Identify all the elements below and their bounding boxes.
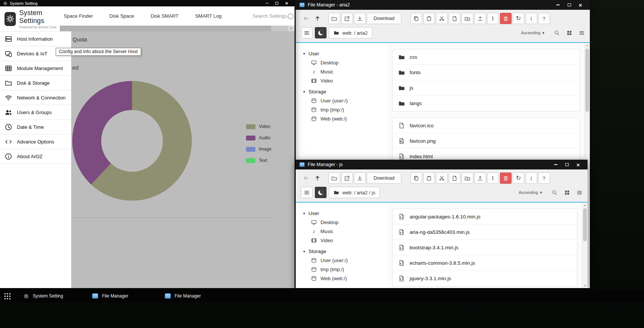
minimize-button[interactable] [550, 160, 561, 169]
back-button[interactable] [301, 13, 311, 24]
delete-button[interactable] [500, 172, 512, 184]
close-button[interactable]: × [573, 160, 584, 169]
rename-button[interactable]: I [487, 13, 499, 24]
file-row[interactable]: bootstrap-3.4.1.min.js [393, 240, 577, 255]
upload-button[interactable] [474, 172, 486, 184]
download-button[interactable]: Download [367, 13, 401, 24]
legend-item[interactable]: Text [246, 158, 271, 163]
new-folder-button[interactable] [462, 13, 473, 24]
menu-button[interactable] [301, 27, 313, 38]
sidebar-item-date-time[interactable]: Date & Time [0, 120, 71, 134]
tree-item-video[interactable]: Video [303, 76, 388, 85]
up-button[interactable] [312, 172, 322, 184]
window-titlebar[interactable]: File Manager - aria2 × [296, 0, 590, 10]
info-button[interactable]: i [526, 172, 537, 184]
tree-item-desktop[interactable]: Desktop [303, 218, 388, 227]
file-row[interactable]: favicon.ico [393, 118, 579, 133]
tree-item-desktop[interactable]: Desktop [303, 58, 388, 67]
refresh-button[interactable]: ↻ [513, 13, 524, 24]
tree-item-video[interactable]: Video [303, 236, 388, 245]
maximize-button[interactable] [561, 160, 573, 169]
tree-section-storage[interactable]: ▾Storage [303, 87, 388, 96]
tab-space-finder[interactable]: Space Finder [64, 13, 93, 19]
scrollbar-thumb[interactable] [583, 208, 587, 241]
open-in-new-button[interactable] [341, 13, 353, 24]
sidebar-item-about-aroz[interactable]: About ArOZ [0, 149, 71, 164]
taskbar-item-system-setting[interactable]: System Setting [23, 290, 63, 302]
download-icon-button[interactable] [354, 172, 366, 184]
cut-button[interactable] [436, 172, 448, 184]
tree-section-storage[interactable]: ▾Storage [303, 247, 388, 256]
download-button[interactable]: Download [367, 172, 401, 184]
legend-item[interactable]: Image [246, 146, 271, 152]
taskbar-item-file-manager-1[interactable]: File Manager [92, 290, 128, 302]
upload-button[interactable] [474, 13, 486, 24]
grid-view-button[interactable] [564, 190, 570, 195]
tree-item-web-drive[interactable]: Web (web:/) [303, 274, 388, 283]
rename-button[interactable]: I [487, 172, 499, 184]
sidebar-item-module-management[interactable]: Module Management [0, 61, 71, 76]
back-button[interactable] [301, 172, 311, 184]
list-view-button[interactable] [579, 30, 585, 36]
file-row[interactable]: js [393, 80, 579, 96]
tree-item-user-drive[interactable]: User (user:/) [303, 256, 388, 265]
maximize-button[interactable] [564, 0, 575, 10]
sidebar-item-advance-options[interactable]: Advance Options [0, 134, 71, 149]
file-row[interactable]: aria-ng-da5356c403.min.js [393, 224, 577, 240]
list-view-button[interactable] [577, 190, 582, 195]
tree-item-tmp-drive[interactable]: tmp (tmp:/) [303, 105, 388, 114]
search-button[interactable] [552, 190, 557, 195]
close-button[interactable]: × [282, 0, 292, 6]
scrollbar-thumb[interactable] [60, 26, 271, 31]
sort-order-select[interactable]: Ascending▾ [519, 190, 542, 195]
sidebar-item-network-connection[interactable]: Network & Connection [0, 90, 71, 105]
window-titlebar[interactable]: File Manager - js × [296, 160, 588, 169]
menu-button[interactable] [301, 187, 313, 198]
sort-order-select[interactable]: Ascending▾ [521, 31, 544, 35]
file-row[interactable]: angular-packages-1.6.10.min.js [393, 209, 577, 224]
copy-button[interactable] [410, 13, 422, 24]
scroll-right-arrow[interactable]: › [288, 26, 295, 31]
delete-button[interactable] [500, 13, 512, 24]
tree-item-user-drive[interactable]: User (user:/) [303, 96, 388, 105]
sidebar-item-users-groups[interactable]: Users & Groups [0, 105, 71, 120]
file-row[interactable]: favicon.png [393, 133, 579, 149]
open-in-new-button[interactable] [341, 172, 353, 184]
file-row[interactable]: fonts [393, 65, 579, 80]
minimize-button[interactable] [552, 0, 564, 10]
sidebar-item-host-information[interactable]: Host Information [0, 32, 71, 46]
up-button[interactable] [312, 13, 322, 24]
download-icon-button[interactable] [354, 13, 366, 24]
minimize-button[interactable] [262, 0, 272, 6]
scrollbar[interactable]: ▲ ▼ [582, 203, 588, 288]
new-file-button[interactable] [449, 13, 460, 24]
file-row[interactable]: jquery-3.3.1.min.js [393, 271, 577, 286]
close-button[interactable]: × [575, 0, 586, 10]
refresh-button[interactable]: ↻ [513, 172, 524, 184]
legend-item[interactable]: Audio [246, 135, 271, 140]
tree-section-user[interactable]: ▾User [303, 209, 388, 218]
legend-item[interactable]: Video [246, 124, 271, 129]
tree-item-music[interactable]: ♪Music [303, 67, 388, 76]
horizontal-scrollbar[interactable]: › [60, 26, 295, 31]
tab-disk-smart[interactable]: Disk SMART [151, 13, 179, 19]
dark-mode-button[interactable] [315, 187, 327, 198]
paste-button[interactable] [423, 172, 435, 184]
info-button[interactable]: i [526, 13, 537, 24]
tree-section-user[interactable]: ▾User [303, 49, 388, 58]
file-row[interactable]: echarts-common-3.8.5.min.js [393, 255, 577, 271]
help-button[interactable]: ? [538, 13, 550, 24]
open-folder-button[interactable] [328, 172, 340, 184]
tree-item-tmp-drive[interactable]: tmp (tmp:/) [303, 265, 388, 274]
copy-button[interactable] [410, 172, 422, 184]
scroll-up-arrow[interactable]: ▲ [582, 204, 588, 206]
open-folder-button[interactable] [328, 13, 340, 24]
scrollbar-thumb[interactable] [585, 49, 589, 112]
scroll-up-arrow[interactable]: ▲ [585, 44, 590, 47]
taskbar-item-file-manager-2[interactable]: File Manager [165, 290, 201, 302]
search-button[interactable] [554, 30, 560, 36]
sidebar-item-disk-storage[interactable]: Disk & Storage [0, 76, 71, 90]
breadcrumb[interactable]: web: / aria2 [329, 27, 372, 38]
apps-grid-icon[interactable] [4, 293, 11, 300]
window-titlebar[interactable]: System Setting × [0, 0, 295, 6]
